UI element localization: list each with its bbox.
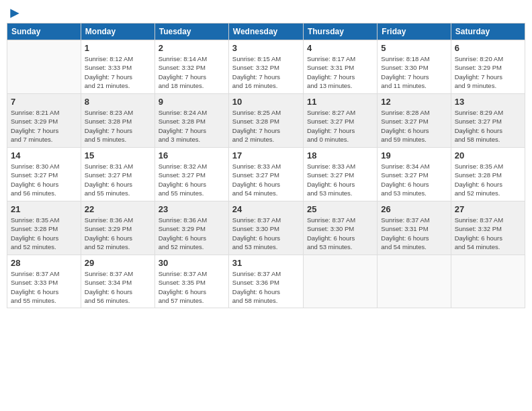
day-info: Sunrise: 8:37 AM Sunset: 3:31 PM Dayligh…	[381, 216, 447, 251]
day-cell	[7, 40, 81, 94]
week-row-4: 21Sunrise: 8:35 AM Sunset: 3:28 PM Dayli…	[7, 201, 525, 255]
day-info: Sunrise: 8:35 AM Sunset: 3:28 PM Dayligh…	[455, 162, 521, 197]
day-cell: 28Sunrise: 8:37 AM Sunset: 3:33 PM Dayli…	[7, 255, 81, 308]
day-info: Sunrise: 8:18 AM Sunset: 3:30 PM Dayligh…	[381, 54, 447, 90]
page: SundayMondayTuesdayWednesdayThursdayFrid…	[0, 0, 532, 411]
day-info: Sunrise: 8:37 AM Sunset: 3:34 PM Dayligh…	[85, 269, 151, 305]
day-cell: 27Sunrise: 8:37 AM Sunset: 3:32 PM Dayli…	[451, 201, 525, 255]
day-info: Sunrise: 8:27 AM Sunset: 3:27 PM Dayligh…	[307, 108, 373, 144]
day-number: 15	[85, 150, 151, 161]
weekday-header-wednesday: Wednesday	[228, 24, 303, 40]
week-row-2: 7Sunrise: 8:21 AM Sunset: 3:29 PM Daylig…	[7, 94, 525, 148]
week-row-1: 1Sunrise: 8:12 AM Sunset: 3:33 PM Daylig…	[7, 40, 525, 94]
day-cell: 22Sunrise: 8:36 AM Sunset: 3:29 PM Dayli…	[81, 201, 154, 255]
day-info: Sunrise: 8:36 AM Sunset: 3:29 PM Dayligh…	[159, 216, 225, 251]
day-info: Sunrise: 8:17 AM Sunset: 3:31 PM Dayligh…	[307, 54, 373, 90]
day-number: 28	[11, 258, 77, 268]
weekday-header-thursday: Thursday	[303, 24, 377, 40]
day-info: Sunrise: 8:23 AM Sunset: 3:28 PM Dayligh…	[85, 108, 151, 144]
day-number: 18	[307, 150, 373, 161]
weekday-header-friday: Friday	[378, 24, 451, 40]
header	[7, 7, 525, 17]
day-cell: 19Sunrise: 8:34 AM Sunset: 3:27 PM Dayli…	[378, 148, 451, 201]
day-cell: 4Sunrise: 8:17 AM Sunset: 3:31 PM Daylig…	[303, 40, 377, 94]
day-number: 22	[85, 204, 151, 214]
day-info: Sunrise: 8:36 AM Sunset: 3:29 PM Dayligh…	[85, 216, 151, 251]
day-info: Sunrise: 8:14 AM Sunset: 3:32 PM Dayligh…	[159, 54, 225, 90]
day-number: 17	[232, 150, 300, 161]
day-cell: 25Sunrise: 8:37 AM Sunset: 3:30 PM Dayli…	[303, 201, 377, 255]
day-number: 10	[232, 97, 300, 107]
week-row-5: 28Sunrise: 8:37 AM Sunset: 3:33 PM Dayli…	[7, 255, 525, 308]
weekday-header-sunday: Sunday	[7, 24, 81, 40]
day-info: Sunrise: 8:25 AM Sunset: 3:28 PM Dayligh…	[232, 108, 300, 144]
day-info: Sunrise: 8:34 AM Sunset: 3:27 PM Dayligh…	[381, 162, 447, 197]
day-cell: 5Sunrise: 8:18 AM Sunset: 3:30 PM Daylig…	[378, 40, 451, 94]
svg-marker-0	[10, 9, 19, 17]
day-info: Sunrise: 8:37 AM Sunset: 3:30 PM Dayligh…	[307, 216, 373, 251]
day-cell: 13Sunrise: 8:29 AM Sunset: 3:27 PM Dayli…	[451, 94, 525, 148]
week-row-3: 14Sunrise: 8:30 AM Sunset: 3:27 PM Dayli…	[7, 148, 525, 201]
day-cell: 12Sunrise: 8:28 AM Sunset: 3:27 PM Dayli…	[378, 94, 451, 148]
day-info: Sunrise: 8:15 AM Sunset: 3:32 PM Dayligh…	[232, 54, 300, 90]
day-cell: 1Sunrise: 8:12 AM Sunset: 3:33 PM Daylig…	[81, 40, 154, 94]
day-info: Sunrise: 8:37 AM Sunset: 3:33 PM Dayligh…	[11, 269, 77, 305]
day-number: 31	[232, 258, 300, 268]
day-info: Sunrise: 8:37 AM Sunset: 3:35 PM Dayligh…	[159, 269, 225, 305]
day-cell: 23Sunrise: 8:36 AM Sunset: 3:29 PM Dayli…	[154, 201, 228, 255]
day-number: 2	[159, 43, 225, 53]
day-number: 27	[455, 204, 521, 214]
day-info: Sunrise: 8:12 AM Sunset: 3:33 PM Dayligh…	[85, 54, 151, 90]
day-info: Sunrise: 8:29 AM Sunset: 3:27 PM Dayligh…	[455, 108, 521, 144]
day-number: 9	[159, 97, 225, 107]
day-number: 23	[159, 204, 225, 214]
day-number: 7	[11, 97, 77, 107]
day-info: Sunrise: 8:35 AM Sunset: 3:28 PM Dayligh…	[11, 216, 77, 251]
day-number: 21	[11, 204, 77, 214]
day-cell: 31Sunrise: 8:37 AM Sunset: 3:36 PM Dayli…	[228, 255, 303, 308]
day-cell: 11Sunrise: 8:27 AM Sunset: 3:27 PM Dayli…	[303, 94, 377, 148]
day-cell: 18Sunrise: 8:33 AM Sunset: 3:27 PM Dayli…	[303, 148, 377, 201]
day-info: Sunrise: 8:30 AM Sunset: 3:27 PM Dayligh…	[11, 162, 77, 197]
day-cell: 14Sunrise: 8:30 AM Sunset: 3:27 PM Dayli…	[7, 148, 81, 201]
day-cell: 2Sunrise: 8:14 AM Sunset: 3:32 PM Daylig…	[154, 40, 228, 94]
calendar: SundayMondayTuesdayWednesdayThursdayFrid…	[7, 23, 525, 308]
day-cell: 21Sunrise: 8:35 AM Sunset: 3:28 PM Dayli…	[7, 201, 81, 255]
day-number: 11	[307, 97, 373, 107]
day-info: Sunrise: 8:33 AM Sunset: 3:27 PM Dayligh…	[307, 162, 373, 197]
day-cell	[303, 255, 377, 308]
day-number: 29	[85, 258, 151, 268]
day-cell: 30Sunrise: 8:37 AM Sunset: 3:35 PM Dayli…	[154, 255, 228, 308]
day-cell: 7Sunrise: 8:21 AM Sunset: 3:29 PM Daylig…	[7, 94, 81, 148]
day-info: Sunrise: 8:24 AM Sunset: 3:28 PM Dayligh…	[159, 108, 225, 144]
day-info: Sunrise: 8:37 AM Sunset: 3:32 PM Dayligh…	[455, 216, 521, 251]
day-cell: 17Sunrise: 8:33 AM Sunset: 3:27 PM Dayli…	[228, 148, 303, 201]
day-cell: 16Sunrise: 8:32 AM Sunset: 3:27 PM Dayli…	[154, 148, 228, 201]
day-number: 6	[455, 43, 521, 53]
weekday-header-row: SundayMondayTuesdayWednesdayThursdayFrid…	[7, 24, 525, 40]
day-cell: 29Sunrise: 8:37 AM Sunset: 3:34 PM Dayli…	[81, 255, 154, 308]
day-info: Sunrise: 8:20 AM Sunset: 3:29 PM Dayligh…	[455, 54, 521, 90]
day-number: 8	[85, 97, 151, 107]
day-info: Sunrise: 8:21 AM Sunset: 3:29 PM Dayligh…	[11, 108, 77, 144]
day-number: 13	[455, 97, 521, 107]
weekday-header-monday: Monday	[81, 24, 154, 40]
day-cell: 9Sunrise: 8:24 AM Sunset: 3:28 PM Daylig…	[154, 94, 228, 148]
day-number: 24	[232, 204, 300, 214]
day-cell: 26Sunrise: 8:37 AM Sunset: 3:31 PM Dayli…	[378, 201, 451, 255]
logo-icon	[8, 7, 21, 20]
day-number: 25	[307, 204, 373, 214]
day-cell: 6Sunrise: 8:20 AM Sunset: 3:29 PM Daylig…	[451, 40, 525, 94]
day-cell	[451, 255, 525, 308]
day-cell: 8Sunrise: 8:23 AM Sunset: 3:28 PM Daylig…	[81, 94, 154, 148]
day-number: 19	[381, 150, 447, 161]
day-number: 12	[381, 97, 447, 107]
day-cell: 15Sunrise: 8:31 AM Sunset: 3:27 PM Dayli…	[81, 148, 154, 201]
day-info: Sunrise: 8:37 AM Sunset: 3:30 PM Dayligh…	[232, 216, 300, 251]
day-number: 16	[159, 150, 225, 161]
day-info: Sunrise: 8:28 AM Sunset: 3:27 PM Dayligh…	[381, 108, 447, 144]
day-cell: 10Sunrise: 8:25 AM Sunset: 3:28 PM Dayli…	[228, 94, 303, 148]
day-number: 3	[232, 43, 300, 53]
day-number: 26	[381, 204, 447, 214]
day-number: 20	[455, 150, 521, 161]
